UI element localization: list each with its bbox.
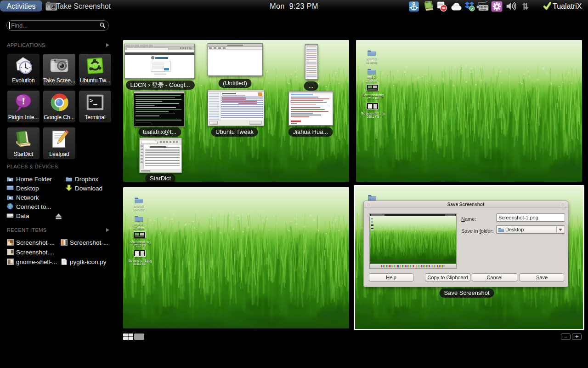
svg-text:!: ! [22,96,25,106]
svg-text:>: > [90,98,93,104]
